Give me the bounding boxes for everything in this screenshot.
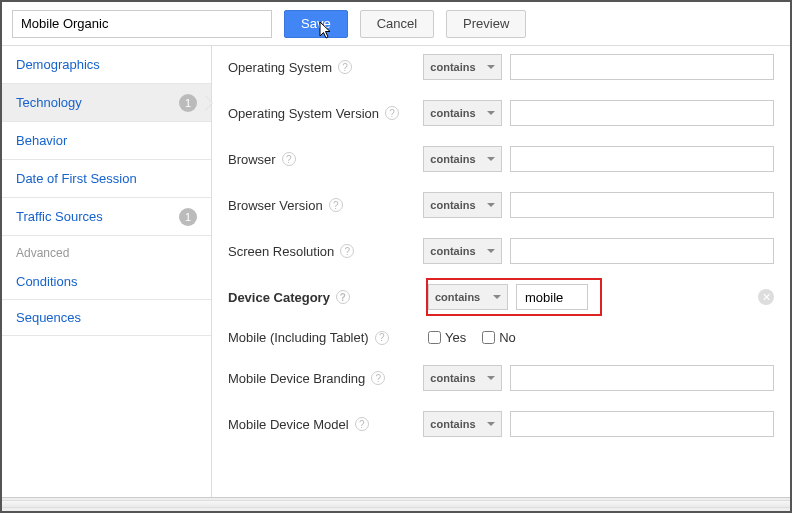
value-input[interactable] xyxy=(510,238,774,264)
help-icon[interactable]: ? xyxy=(336,290,350,304)
value-input[interactable] xyxy=(516,284,588,310)
sidebar: DemographicsTechnology1BehaviorDate of F… xyxy=(2,46,212,497)
row-label: Browser Version? xyxy=(228,198,423,213)
save-button-label: Save xyxy=(301,16,331,31)
config-row: Screen Resolution?contains xyxy=(228,238,774,264)
footer-bar xyxy=(2,497,790,511)
row-label: Browser? xyxy=(228,152,423,167)
help-icon[interactable]: ? xyxy=(371,371,385,385)
yes-checkbox[interactable] xyxy=(428,331,441,344)
value-input[interactable] xyxy=(510,100,774,126)
toolbar: Save Cancel Preview xyxy=(2,2,790,46)
no-label: No xyxy=(499,330,516,345)
operator-label: contains xyxy=(430,107,475,119)
operator-label: contains xyxy=(430,153,475,165)
value-input[interactable] xyxy=(510,365,774,391)
row-label-text: Browser xyxy=(228,152,276,167)
config-row: Mobile Device Branding?contains xyxy=(228,365,774,391)
value-input[interactable] xyxy=(510,146,774,172)
chevron-down-icon xyxy=(487,376,495,380)
help-icon[interactable]: ? xyxy=(282,152,296,166)
sidebar-item-technology[interactable]: Technology1 xyxy=(2,84,211,122)
sidebar-item-traffic-sources[interactable]: Traffic Sources1 xyxy=(2,198,211,236)
config-row: Browser Version?contains xyxy=(228,192,774,218)
sidebar-badge: 1 xyxy=(179,94,197,112)
sidebar-item-date-of-first-session[interactable]: Date of First Session xyxy=(2,160,211,198)
chevron-down-icon xyxy=(487,249,495,253)
help-icon[interactable]: ? xyxy=(340,244,354,258)
config-row: Operating System?contains xyxy=(228,54,774,80)
sidebar-item-behavior[interactable]: Behavior xyxy=(2,122,211,160)
sidebar-item-label: Traffic Sources xyxy=(16,209,103,224)
segment-name-input[interactable] xyxy=(12,10,272,38)
config-row: Browser?contains xyxy=(228,146,774,172)
yes-label: Yes xyxy=(445,330,466,345)
row-label: Operating System? xyxy=(228,60,423,75)
config-row: Operating System Version?contains xyxy=(228,100,774,126)
operator-select[interactable]: contains xyxy=(423,365,501,391)
row-label-text: Mobile Device Branding xyxy=(228,371,365,386)
row-label: Operating System Version? xyxy=(228,106,423,121)
row-label: Device Category? xyxy=(228,290,428,305)
sidebar-badge: 1 xyxy=(179,208,197,226)
cancel-button[interactable]: Cancel xyxy=(360,10,434,38)
operator-select[interactable]: contains xyxy=(423,411,501,437)
row-label-text: Operating System Version xyxy=(228,106,379,121)
no-checkbox[interactable] xyxy=(482,331,495,344)
help-icon[interactable]: ? xyxy=(355,417,369,431)
yesno-group: YesNo xyxy=(428,330,516,345)
row-label-text: Operating System xyxy=(228,60,332,75)
save-button[interactable]: Save xyxy=(284,10,348,38)
operator-label: contains xyxy=(435,291,480,303)
help-icon[interactable]: ? xyxy=(329,198,343,212)
preview-button[interactable]: Preview xyxy=(446,10,526,38)
chevron-down-icon xyxy=(487,157,495,161)
value-input[interactable] xyxy=(510,54,774,80)
operator-select[interactable]: contains xyxy=(423,146,501,172)
help-icon[interactable]: ? xyxy=(375,331,389,345)
operator-label: contains xyxy=(430,61,475,73)
sidebar-item-conditions[interactable]: Conditions xyxy=(2,264,211,300)
help-icon[interactable]: ? xyxy=(338,60,352,74)
config-row: Mobile Device Model?contains xyxy=(228,411,774,437)
row-label-text: Browser Version xyxy=(228,198,323,213)
sidebar-item-label: Behavior xyxy=(16,133,67,148)
chevron-down-icon xyxy=(487,111,495,115)
operator-select[interactable]: contains xyxy=(423,192,501,218)
row-label-text: Screen Resolution xyxy=(228,244,334,259)
sidebar-advanced-heading: Advanced xyxy=(2,236,211,264)
yes-checkbox-wrap[interactable]: Yes xyxy=(428,330,466,345)
chevron-down-icon xyxy=(487,203,495,207)
row-label: Mobile Device Branding? xyxy=(228,371,423,386)
row-label: Mobile Device Model? xyxy=(228,417,423,432)
sidebar-item-label: Date of First Session xyxy=(16,171,137,186)
operator-select[interactable]: contains xyxy=(423,100,501,126)
chevron-down-icon xyxy=(487,422,495,426)
sidebar-item-demographics[interactable]: Demographics xyxy=(2,46,211,84)
row-label-text: Device Category xyxy=(228,290,330,305)
operator-label: contains xyxy=(430,199,475,211)
operator-label: contains xyxy=(430,418,475,430)
operator-label: contains xyxy=(430,372,475,384)
config-row: Device Category?contains✕ xyxy=(228,284,774,310)
config-row: Mobile (Including Tablet)?YesNo xyxy=(228,330,774,345)
no-checkbox-wrap[interactable]: No xyxy=(482,330,516,345)
value-input[interactable] xyxy=(510,192,774,218)
row-label: Mobile (Including Tablet)? xyxy=(228,330,428,345)
sidebar-item-label: Technology xyxy=(16,95,82,110)
row-label-text: Mobile (Including Tablet) xyxy=(228,330,369,345)
help-icon[interactable]: ? xyxy=(385,106,399,120)
operator-label: contains xyxy=(430,245,475,257)
operator-select[interactable]: contains xyxy=(428,284,508,310)
config-panel: Operating System?containsOperating Syste… xyxy=(212,46,790,497)
sidebar-item-sequences[interactable]: Sequences xyxy=(2,300,211,336)
operator-select[interactable]: contains xyxy=(423,54,501,80)
value-input[interactable] xyxy=(510,411,774,437)
row-label-text: Mobile Device Model xyxy=(228,417,349,432)
sidebar-item-label: Demographics xyxy=(16,57,100,72)
clear-icon[interactable]: ✕ xyxy=(758,289,774,305)
chevron-down-icon xyxy=(487,65,495,69)
chevron-down-icon xyxy=(493,295,501,299)
operator-select[interactable]: contains xyxy=(423,238,501,264)
row-label: Screen Resolution? xyxy=(228,244,423,259)
